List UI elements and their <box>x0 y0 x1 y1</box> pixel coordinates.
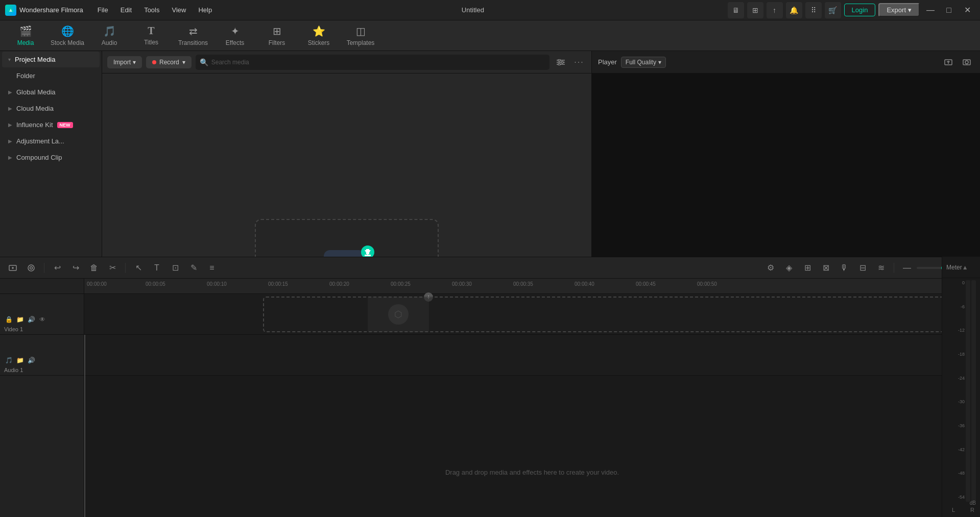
meter-header[interactable]: Meter ▲ <box>942 257 980 278</box>
minimize-button[interactable]: — <box>923 3 938 18</box>
crop-tool[interactable]: ⊡ <box>168 260 183 276</box>
media-icon: 🎬 <box>19 25 32 37</box>
text-tool[interactable]: T <box>149 260 164 276</box>
tab-effects[interactable]: ✦ Effects <box>214 22 255 50</box>
monitor-btn[interactable]: 🖥 <box>728 2 744 18</box>
tab-templates[interactable]: ◫ Templates <box>340 22 381 50</box>
add-track-button[interactable] <box>5 260 20 276</box>
timeline-settings-button[interactable]: ⚙ <box>763 260 778 276</box>
audio-track-volume-icon[interactable]: 🔊 <box>27 356 36 365</box>
track-label-video-1: 🔒 📁 🔊 👁 Video 1 <box>0 294 84 335</box>
titles-icon: T <box>148 25 154 37</box>
tab-transitions[interactable]: ⇄ Transitions <box>173 22 213 50</box>
undo-button[interactable]: ↩ <box>50 260 65 276</box>
select-tool[interactable]: ↖ <box>131 260 146 276</box>
video-track[interactable]: ⬡ + <box>84 294 980 335</box>
ruler-mark-5: 00:00:25 <box>391 281 411 287</box>
cart-btn[interactable]: 🛒 <box>825 2 841 18</box>
timeline-toolbar: ↩ ↪ 🗑 ✂ ↖ T ⊡ ✎ ≡ ⚙ ◈ ⊞ ⊠ 🎙 ⊟ ≋ — + <box>0 257 980 279</box>
app-logo-icon <box>5 5 16 16</box>
audio-track[interactable] <box>84 335 980 376</box>
export-button[interactable]: Export ▾ <box>878 3 920 17</box>
meter-left-bar <box>966 280 970 502</box>
player-fit-button[interactable] <box>941 55 955 69</box>
sidebar-item-folder[interactable]: Folder <box>2 68 100 84</box>
video-track-eye-icon[interactable]: 👁 <box>38 315 47 324</box>
player-screenshot-button[interactable] <box>960 55 974 69</box>
sidebar-item-influence-kit[interactable]: ▶ Influence Kit NEW <box>2 117 100 133</box>
record-button[interactable]: Record ▾ <box>146 56 192 68</box>
search-input[interactable] <box>211 59 545 66</box>
track-labels: 🔒 📁 🔊 👁 Video 1 🎵 📁 🔊 Audio 1 <box>0 279 84 517</box>
svg-rect-16 <box>365 255 371 256</box>
upload-btn[interactable]: ↑ <box>767 2 783 18</box>
sidebar-item-cloud-media[interactable]: ▶ Cloud Media <box>2 101 100 116</box>
draw-tool[interactable]: ✎ <box>186 260 201 276</box>
filters-icon: ⊞ <box>273 25 281 37</box>
bell-btn[interactable]: 🔔 <box>786 2 802 18</box>
more-options-button[interactable]: ··· <box>572 55 586 69</box>
maximize-button[interactable]: □ <box>941 3 957 18</box>
audio-track-music-icon[interactable]: 🎵 <box>4 356 13 365</box>
ruler-mark-9: 00:00:45 <box>636 281 656 287</box>
delete-button[interactable]: 🗑 <box>86 260 102 276</box>
timeline-body: 🔒 📁 🔊 👁 Video 1 🎵 📁 🔊 Audio 1 <box>0 279 980 517</box>
ai-cut-button[interactable]: ⊞ <box>800 260 815 276</box>
link-button[interactable] <box>23 260 39 276</box>
time-ruler[interactable]: 00:00:00 00:00:05 00:00:10 00:00:15 00:0… <box>84 279 980 294</box>
meter-chevron-icon: ▲ <box>962 264 976 271</box>
import-button[interactable]: Import ▾ <box>107 56 142 68</box>
tab-filters[interactable]: ⊞ Filters <box>256 22 297 50</box>
menu-file[interactable]: File <box>91 0 114 20</box>
menu-tools[interactable]: Tools <box>138 0 165 20</box>
menu-edit[interactable]: Edit <box>114 0 138 20</box>
track-icons-video: 🔒 📁 🔊 👁 <box>4 315 80 324</box>
svg-point-9 <box>558 63 560 65</box>
influence-kit-arrow: ▶ <box>8 122 12 128</box>
filter-button[interactable] <box>554 55 568 69</box>
menu-help[interactable]: Help <box>192 0 218 20</box>
speed-ramp-button[interactable]: ≋ <box>873 260 889 276</box>
login-button[interactable]: Login <box>844 4 876 16</box>
zoom-out-button[interactable]: — <box>899 260 915 276</box>
video-track-volume-icon[interactable]: 🔊 <box>27 315 36 324</box>
multi-cam-button[interactable]: ⊟ <box>855 260 870 276</box>
tab-stickers[interactable]: ⭐ Stickers <box>298 22 339 50</box>
app-name: Wondershare Filmora <box>19 6 83 14</box>
close-button[interactable]: ✕ <box>960 3 975 18</box>
quality-select[interactable]: Full Quality ▾ <box>621 57 666 68</box>
copy-btn[interactable]: ⊞ <box>747 2 763 18</box>
redo-button[interactable]: ↪ <box>68 260 83 276</box>
audio-tool[interactable]: ≡ <box>204 260 220 276</box>
ruler-mark-10: 00:00:50 <box>697 281 717 287</box>
scene-detect-button[interactable]: ◈ <box>781 260 797 276</box>
tab-titles[interactable]: T Titles <box>131 22 172 50</box>
svg-point-21 <box>965 61 968 64</box>
sidebar-item-global-media[interactable]: ▶ Global Media <box>2 84 100 100</box>
cut-button[interactable]: ✂ <box>105 260 120 276</box>
sidebar-item-adjustment-layer[interactable]: ▶ Adjustment La... <box>2 133 100 149</box>
app-title: Untitled <box>218 6 727 14</box>
search-bar: 🔍 <box>196 55 549 70</box>
svg-rect-15 <box>366 249 369 254</box>
ruler-mark-1: 00:00:05 <box>146 281 165 287</box>
voice-button[interactable]: 🎙 <box>836 260 852 276</box>
tab-media[interactable]: 🎬 Media <box>5 22 46 50</box>
tab-stock-media[interactable]: 🌐 Stock Media <box>47 22 88 50</box>
media-toolbar: Import ▾ Record ▾ 🔍 <box>102 51 591 73</box>
menu-view[interactable]: View <box>165 0 192 20</box>
sidebar-item-project-media[interactable]: ▾ Project Media <box>2 52 100 67</box>
separator-2 <box>125 263 126 273</box>
audio-track-folder-icon[interactable]: 📁 <box>15 356 25 365</box>
timeline-tracks: 00:00:00 00:00:05 00:00:10 00:00:15 00:0… <box>84 279 980 517</box>
search-icon: 🔍 <box>200 58 208 66</box>
ruler-mark-2: 00:00:10 <box>207 281 227 287</box>
grid-btn[interactable]: ⠿ <box>805 2 822 18</box>
timeline-drop-hint: Drag and drop media and effects here to … <box>84 469 980 476</box>
tab-audio[interactable]: 🎵 Audio <box>89 22 130 50</box>
transform-button[interactable]: ⊠ <box>818 260 833 276</box>
video-track-lock-icon[interactable]: 🔒 <box>4 315 13 324</box>
video-track-folder-icon[interactable]: 📁 <box>15 315 25 324</box>
sidebar-item-compound-clip[interactable]: ▶ Compound Clip <box>2 150 100 165</box>
video-drop-overlay[interactable] <box>263 297 975 332</box>
